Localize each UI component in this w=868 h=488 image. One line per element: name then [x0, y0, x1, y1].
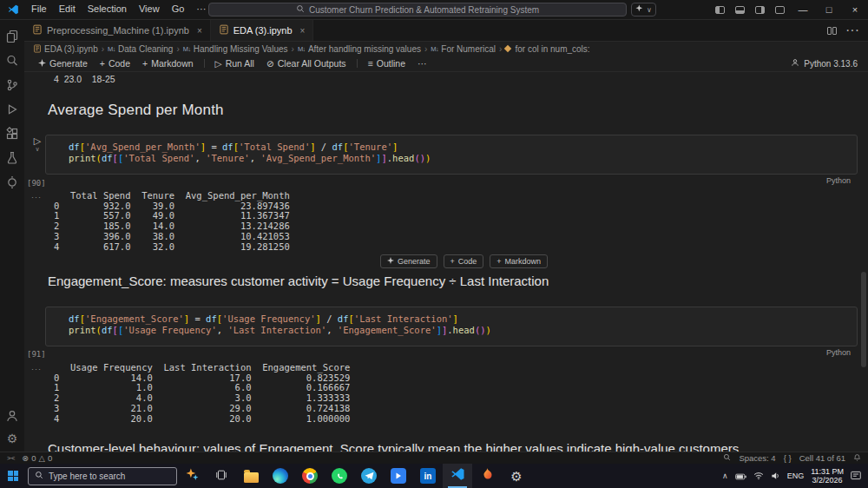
code-line[interactable]: print(df[['Total Spend', 'Tenure', 'Avg_… [69, 153, 850, 164]
layout-customize-icon[interactable] [770, 0, 790, 19]
run-all-button[interactable]: ▷Run All [210, 57, 260, 69]
cell-position-indicator[interactable]: Cell 41 of 61 [799, 453, 845, 463]
menu-item-view[interactable]: View [133, 0, 166, 19]
insert-code-button[interactable]: +Code [444, 254, 484, 268]
whatsapp-button[interactable] [325, 464, 354, 488]
split-editor-icon[interactable] [827, 27, 837, 35]
layout-sidebar-right-icon[interactable] [750, 0, 770, 19]
window-minimize-button[interactable]: — [790, 0, 816, 19]
search-sidebar-icon[interactable] [4, 53, 20, 69]
insert-generate-button[interactable]: Generate [380, 254, 437, 268]
zoom-icon[interactable] [723, 453, 731, 463]
braces-indicator[interactable]: { } [784, 453, 792, 463]
breadcrumb-code-symbol[interactable]: for col in num_cols: [505, 44, 589, 54]
kernel-picker[interactable]: Python 3.13.6 [791, 58, 868, 69]
output-options-icon[interactable]: ··· [31, 365, 42, 373]
layout-panel-icon[interactable] [730, 0, 750, 19]
tab-bar: Preprocessing_Machine (1).ipynb×EDA (3).… [24, 20, 868, 42]
window-titlebar: FileEditSelectionViewGo··· ← → Customer … [0, 0, 868, 20]
code-lines: df['Avg_Spend_per_Month'] = df['Total Sp… [69, 142, 850, 164]
notebook-editor[interactable]: 4 23.0 18-25 Average Spend per Month ▷ ∨… [24, 72, 868, 452]
add-markdown-cell-button[interactable]: +Markdown [137, 57, 199, 69]
file-explorer-button[interactable] [236, 464, 266, 488]
run-cell-button[interactable]: ▷ ∨ [30, 136, 44, 152]
bell-icon[interactable] [853, 453, 861, 464]
markdown-heading-2[interactable]: Engagement_Score: measures customer acti… [48, 274, 549, 288]
media-app-button[interactable] [384, 464, 413, 488]
breadcrumb-section[interactable]: M↓Data Cleaning [108, 44, 173, 54]
breadcrumb-section[interactable]: M↓After handling missing values [298, 44, 421, 54]
clear-outputs-button[interactable]: ⊘Clear All Outputs [261, 57, 352, 69]
code-cell-1[interactable]: df['Avg_Spend_per_Month'] = df['Total Sp… [45, 135, 858, 175]
settings-app-button[interactable]: ⚙ [502, 464, 531, 488]
menu-item-go[interactable]: Go [166, 0, 191, 19]
tab-2[interactable]: EDA (3).ipynb× [211, 20, 314, 41]
layout-sidebar-left-icon[interactable] [710, 0, 730, 19]
scrollbar-thumb[interactable] [861, 272, 866, 367]
battery-icon[interactable] [735, 468, 746, 484]
tab-close-icon[interactable]: × [300, 26, 306, 36]
more-actions-icon[interactable]: ··· [845, 23, 859, 38]
spaces-indicator[interactable]: Spaces: 4 [739, 453, 775, 463]
cell-language-label-1[interactable]: Python [826, 176, 851, 185]
generate-button[interactable]: Generate [33, 57, 93, 69]
notebook-toolbar: Generate +Code +Markdown ▷Run All ⊘Clear… [24, 56, 868, 72]
outline-button[interactable]: ≡Outline [363, 57, 411, 69]
window-restore-button[interactable]: □ [816, 0, 842, 19]
toolbar-more-button[interactable]: ··· [412, 57, 432, 69]
action-center-icon[interactable] [851, 468, 861, 484]
start-button[interactable] [0, 464, 26, 488]
code-cell-2[interactable]: df['Engagement_Score'] = df['Usage Frequ… [45, 307, 858, 346]
generate-label: Generate [49, 58, 88, 69]
copilot-button[interactable]: ∨ [631, 3, 656, 16]
breadcrumb-section[interactable]: M↓Handling Missing Values [183, 44, 288, 54]
run-debug-icon[interactable] [4, 102, 20, 117]
command-center[interactable]: Customer Churn Prediction & Automated Re… [208, 3, 627, 16]
flame-app-button[interactable] [472, 464, 502, 488]
task-view-button[interactable] [207, 464, 236, 488]
telegram-button[interactable] [354, 464, 384, 488]
menu-item-edit[interactable]: Edit [53, 0, 82, 19]
testing-icon[interactable] [4, 150, 20, 166]
copilot-taskbar-button[interactable] [177, 464, 207, 488]
output-options-icon[interactable]: ··· [31, 193, 42, 201]
menu-item-selection[interactable]: Selection [82, 0, 133, 19]
taskbar-search-placeholder: Type here to search [49, 472, 125, 481]
taskbar-clock[interactable]: 11:31 PM 3/2/2026 [811, 467, 844, 485]
breadcrumb-file[interactable]: EDA (3).ipynb [33, 44, 98, 54]
problems-indicator[interactable]: ⊗0 △0 [22, 453, 52, 463]
vscode-logo-icon [7, 3, 20, 16]
account-icon[interactable] [4, 408, 20, 424]
code-line[interactable]: print(df[['Usage Frequency', 'Last Inter… [69, 325, 850, 336]
tab-close-icon[interactable]: × [197, 26, 202, 36]
jupyter-icon[interactable] [4, 175, 20, 190]
markdown-heading-1[interactable]: Average Spend per Month [48, 102, 224, 119]
volume-icon[interactable] [771, 468, 780, 484]
window-close-button[interactable]: × [842, 0, 868, 19]
editor-scrollbar[interactable] [859, 72, 868, 452]
linkedin-button[interactable]: in [413, 464, 443, 488]
code-line[interactable]: df['Avg_Spend_per_Month'] = df['Total Sp… [69, 142, 850, 153]
explorer-icon[interactable] [4, 29, 20, 44]
vscode-taskbar-button[interactable] [443, 464, 472, 488]
insert-markdown-button[interactable]: +Markdown [490, 254, 548, 268]
chrome-button[interactable] [295, 464, 325, 488]
markdown-heading-clipped[interactable]: Customer-level behaviour: values of Enga… [48, 441, 851, 452]
source-control-icon[interactable] [4, 77, 20, 93]
cell-language-label-2[interactable]: Python [826, 348, 851, 357]
breadcrumb-section[interactable]: M↓For Numerical [431, 44, 496, 54]
input-language[interactable]: ENG [787, 472, 805, 480]
extensions-icon[interactable] [4, 126, 20, 142]
settings-gear-icon[interactable]: ⚙ [4, 431, 20, 446]
wifi-icon[interactable] [753, 468, 764, 484]
tab-1[interactable]: Preprocessing_Machine (1).ipynb× [24, 20, 211, 41]
code-line[interactable]: df['Engagement_Score'] = df['Usage Frequ… [69, 313, 850, 325]
remote-indicator[interactable]: >< [7, 454, 15, 462]
add-code-cell-button[interactable]: +Code [95, 57, 135, 69]
system-tray: ∧ ENG 11:31 PM 3/2/2026 [722, 467, 868, 485]
edge-button[interactable] [266, 464, 295, 488]
kernel-label: Python 3.13.6 [804, 59, 858, 69]
taskbar-search[interactable]: Type here to search [28, 467, 177, 485]
tray-chevron-icon[interactable]: ∧ [722, 472, 728, 480]
menu-item-file[interactable]: File [25, 0, 53, 19]
